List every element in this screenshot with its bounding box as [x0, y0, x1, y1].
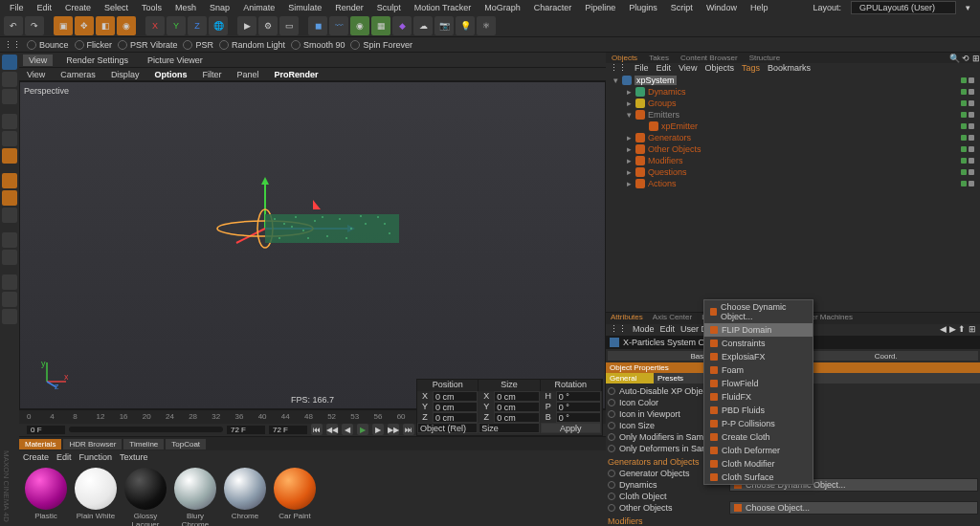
menu-help[interactable]: Help: [745, 1, 774, 14]
xp-system-button[interactable]: ⚛: [477, 16, 496, 35]
workplane-icon[interactable]: [2, 89, 17, 104]
poly-mode-icon[interactable]: [2, 148, 17, 164]
tab-render-settings[interactable]: Render Settings: [60, 55, 134, 66]
vm-panel[interactable]: Panel: [233, 69, 262, 80]
ctx-p-p-collisions[interactable]: P-P Collisions: [704, 417, 813, 430]
material-plain-white[interactable]: Plain White: [73, 468, 119, 526]
ctx-pbd-fluids[interactable]: PBD Fluids: [704, 404, 813, 417]
vm-view[interactable]: View: [23, 69, 49, 80]
tab-view[interactable]: View: [23, 55, 53, 66]
tree-actions[interactable]: ▸Actions: [608, 178, 978, 189]
next-key-button[interactable]: ▶▶: [388, 424, 399, 435]
prev-key-button[interactable]: ◀◀: [326, 424, 338, 435]
rtab-takes[interactable]: Takes: [643, 53, 675, 63]
environment-button[interactable]: ☁: [413, 16, 433, 35]
ctx-fluidfx[interactable]: FluidFX: [704, 390, 813, 404]
undo-button[interactable]: ↶: [4, 16, 23, 35]
ctx-explosiafx[interactable]: ExplosiaFX: [704, 350, 813, 363]
mat-function[interactable]: Function: [79, 452, 113, 462]
select-tool[interactable]: ▣: [54, 16, 73, 35]
spline-button[interactable]: 〰: [329, 16, 348, 35]
deformer-button[interactable]: ◆: [392, 16, 412, 35]
rtab-objects[interactable]: Objects: [606, 53, 643, 63]
vm-prorender[interactable]: ProRender: [270, 69, 322, 80]
menu-sculpt[interactable]: Sculpt: [371, 1, 407, 14]
axis-mode-icon[interactable]: [2, 173, 17, 188]
atab-attributes[interactable]: Attributes: [606, 313, 648, 324]
vm-filter[interactable]: Filter: [198, 69, 225, 80]
light-button[interactable]: 💡: [456, 16, 475, 35]
menu-window[interactable]: Window: [701, 1, 743, 14]
tab-hdr[interactable]: HDR Browser: [63, 439, 122, 449]
texture-mode-icon[interactable]: [2, 72, 17, 87]
ctx-flowfield[interactable]: FlowField: [704, 377, 813, 390]
om-edit[interactable]: Edit: [657, 63, 672, 73]
rotate-tool[interactable]: ◉: [117, 16, 136, 35]
start-frame-field[interactable]: 0 F: [27, 426, 65, 434]
menu-script[interactable]: Script: [665, 1, 699, 14]
om-file[interactable]: File: [635, 63, 649, 73]
nurbs-button[interactable]: ◉: [350, 16, 369, 35]
material-plastic[interactable]: Plastic: [23, 468, 69, 526]
menu-simulate[interactable]: Simulate: [282, 1, 327, 14]
menu-tools[interactable]: Tools: [136, 1, 167, 14]
dynamics-context-menu[interactable]: Choose Dynamic Object...FLIP DomainConst…: [703, 299, 813, 485]
menu-snap[interactable]: Snap: [204, 1, 235, 14]
coord-object-dd[interactable]: Object (Rel): [417, 423, 478, 433]
menu-select[interactable]: Select: [99, 1, 134, 14]
object-tree[interactable]: ▾xpSystem▸Dynamics▸Groups▾EmittersxpEmit…: [606, 73, 980, 312]
tree-dynamics[interactable]: ▸Dynamics: [608, 86, 978, 98]
menu-file[interactable]: File: [4, 1, 30, 14]
atab-axis[interactable]: Axis Center: [648, 313, 697, 324]
rtab-structure[interactable]: Structure: [744, 53, 786, 63]
tweak-icon[interactable]: [2, 232, 17, 248]
coord-apply-button[interactable]: Apply: [541, 423, 601, 433]
ctx-create-cloth[interactable]: Create Cloth: [704, 430, 813, 444]
axis-x-toggle[interactable]: X: [145, 16, 165, 35]
menu-mograph[interactable]: MoGraph: [479, 1, 526, 14]
axis-z-toggle[interactable]: Z: [188, 16, 207, 35]
viewport-solo-icon[interactable]: [2, 250, 17, 265]
vm-cameras[interactable]: Cameras: [56, 69, 100, 80]
ctx-constraints[interactable]: Constraints: [704, 337, 813, 350]
tree-generators[interactable]: ▸Generators: [608, 132, 978, 143]
tab-picture-viewer[interactable]: Picture Viewer: [142, 55, 209, 66]
om-view[interactable]: View: [679, 63, 697, 73]
render-region-button[interactable]: ▭: [279, 16, 299, 35]
material-car-paint[interactable]: Car Paint: [272, 468, 318, 526]
plug-psr[interactable]: PSR: [183, 40, 213, 50]
vm-display[interactable]: Display: [107, 69, 144, 80]
tree-other-objects[interactable]: ▸Other Objects: [608, 143, 978, 155]
mat-create[interactable]: Create: [23, 452, 49, 462]
menu-create[interactable]: Create: [59, 1, 97, 14]
timeline-slider[interactable]: [69, 427, 223, 432]
tab-materials[interactable]: Materials: [19, 439, 61, 449]
attr-section-general[interactable]: General: [606, 373, 654, 384]
ctx-choose-dynamic-object-[interactable]: Choose Dynamic Object...: [704, 300, 813, 323]
mat-edit[interactable]: Edit: [56, 452, 72, 462]
axis-y-toggle[interactable]: Y: [167, 16, 186, 35]
tree-xpemitter[interactable]: xpEmitter: [608, 121, 978, 132]
material-glossy-lacquer[interactable]: Glossy Lacquer: [122, 468, 168, 526]
go-start-button[interactable]: ⏮: [311, 424, 323, 435]
uv-poly-icon[interactable]: [2, 190, 17, 206]
tree-xpsystem[interactable]: ▾xpSystem: [608, 75, 978, 86]
next-frame-button[interactable]: ▶: [372, 424, 384, 435]
generator-button[interactable]: ▦: [371, 16, 390, 35]
go-end-button[interactable]: ⏭: [403, 424, 414, 435]
coord-size-dd[interactable]: Size: [479, 423, 539, 433]
menu-mesh[interactable]: Mesh: [169, 1, 202, 14]
tree-groups[interactable]: ▸Groups: [608, 98, 978, 109]
coord-system-toggle[interactable]: 🌐: [209, 16, 228, 35]
end-frame-field[interactable]: 72 F: [269, 426, 307, 434]
plug-flicker[interactable]: Flicker: [75, 40, 113, 50]
tree-emitters[interactable]: ▾Emitters: [608, 109, 978, 121]
attr-nav-icons[interactable]: ◀ ▶ ⬆ ⊞: [940, 324, 976, 336]
attr-coord[interactable]: Coord.: [794, 351, 979, 361]
point-mode-icon[interactable]: [2, 114, 17, 129]
layout-chevron-icon[interactable]: ▾: [960, 1, 976, 14]
ctx-flip-domain[interactable]: FLIP Domain: [704, 323, 813, 337]
am-mode[interactable]: Mode: [633, 324, 655, 336]
redo-button[interactable]: ↷: [25, 16, 44, 35]
viewport[interactable]: Perspective FPS: 166.7 Grid Spacing : 10…: [19, 81, 606, 409]
